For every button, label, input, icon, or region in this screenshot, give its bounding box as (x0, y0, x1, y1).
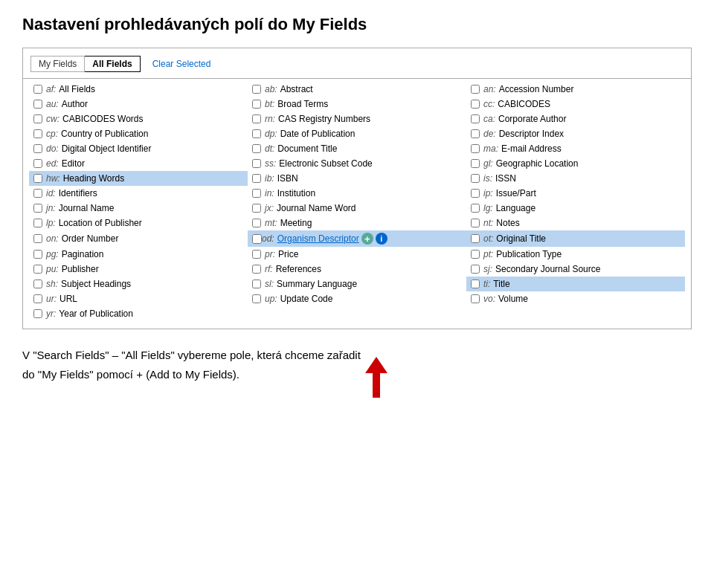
field-row-ed: ed: Editor (29, 156, 248, 171)
field-checkbox-rn[interactable] (252, 114, 261, 123)
field-row-pr: pr: Price (248, 247, 466, 262)
field-checkbox-in[interactable] (252, 189, 261, 198)
field-checkbox-on[interactable] (33, 234, 42, 243)
field-checkbox-de[interactable] (471, 129, 480, 138)
field-checkbox-do[interactable] (33, 144, 42, 153)
field-row-up: up: Update Code (248, 291, 466, 306)
field-row-cp: cp: Country of Publication (29, 126, 248, 141)
field-name-ti: Title (493, 279, 509, 289)
field-code-lg: lg: (483, 203, 493, 213)
field-row-nt: nt: Notes (466, 216, 685, 230)
clear-selected-button[interactable]: Clear Selected (152, 59, 211, 69)
add-od-button[interactable]: + (361, 233, 373, 245)
field-checkbox-dp[interactable] (252, 129, 261, 138)
field-name-cp: Country of Publication (61, 129, 148, 139)
field-code-rf: rf: (265, 264, 273, 274)
field-code-rn: rn: (265, 114, 275, 124)
field-checkbox-ed[interactable] (33, 159, 42, 168)
field-row-jx: jx: Journal Name Word (248, 201, 466, 216)
field-checkbox-lp[interactable] (33, 219, 42, 227)
field-checkbox-bt[interactable] (252, 100, 261, 109)
field-checkbox-up[interactable] (252, 294, 261, 303)
field-code-in: in: (265, 188, 274, 198)
field-name-ma: E-mail Address (501, 143, 562, 154)
field-checkbox-jx[interactable] (252, 204, 261, 213)
field-row-hw: hw: Heading Words (29, 171, 248, 186)
field-name-lg: Language (496, 203, 536, 213)
field-name-up: Update Code (280, 294, 333, 304)
field-checkbox-cc[interactable] (471, 100, 480, 109)
field-checkbox-yr[interactable] (33, 309, 42, 318)
field-row-yr: yr: Year of Publication (29, 306, 248, 321)
field-checkbox-dt[interactable] (252, 144, 261, 153)
field-checkbox-an[interactable] (471, 85, 480, 94)
field-checkbox-ss[interactable] (252, 159, 261, 168)
field-row-in: in: Institution (248, 186, 466, 201)
field-checkbox-ur[interactable] (33, 294, 42, 303)
field-row-do: do: Digital Object Identifier (29, 141, 248, 156)
field-checkbox-sl[interactable] (252, 280, 261, 288)
field-name-sl: Summary Language (277, 279, 357, 289)
field-name-ip: Issue/Part (496, 188, 536, 198)
field-row-on: on: Order Number (29, 230, 248, 247)
red-arrow-icon (365, 357, 387, 398)
field-checkbox-ma[interactable] (471, 144, 480, 153)
svg-rect-0 (373, 370, 380, 398)
field-name-lp: Location of Publisher (59, 218, 142, 228)
info-od-button[interactable]: i (376, 233, 387, 245)
field-code-ot: ot: (483, 233, 493, 244)
field-name-nt: Notes (496, 218, 519, 228)
field-checkbox-jn[interactable] (33, 204, 42, 213)
field-checkbox-cp[interactable] (33, 129, 42, 138)
field-checkbox-sj[interactable] (471, 265, 480, 274)
field-name-do: Digital Object Identifier (62, 143, 152, 154)
field-code-ed: ed: (46, 158, 59, 169)
field-row-ip: ip: Issue/Part (466, 186, 685, 201)
field-checkbox-ib[interactable] (252, 174, 261, 183)
field-name-dt: Document Title (277, 143, 337, 154)
field-checkbox-gl[interactable] (471, 159, 480, 168)
field-name-od[interactable]: Organism Descriptor (277, 233, 359, 244)
field-checkbox-mt[interactable] (252, 219, 261, 227)
field-checkbox-ti[interactable] (471, 280, 480, 288)
field-checkbox-lg[interactable] (471, 204, 480, 213)
field-name-yr: Year of Publication (59, 308, 133, 319)
field-checkbox-pu[interactable] (33, 265, 42, 274)
field-code-ma: ma: (483, 143, 498, 154)
panel-header: My Fields All Fields Clear Selected (23, 56, 691, 79)
field-checkbox-is[interactable] (471, 174, 480, 183)
field-name-hw: Heading Words (63, 173, 125, 184)
field-row-is: is: ISSN (466, 171, 685, 186)
field-code-bt: bt: (265, 99, 274, 109)
my-fields-button[interactable]: My Fields (30, 56, 85, 72)
all-fields-button[interactable]: All Fields (85, 56, 140, 72)
field-checkbox-pr[interactable] (252, 250, 261, 259)
field-checkbox-af[interactable] (33, 85, 42, 94)
field-checkbox-cw[interactable] (33, 114, 42, 123)
field-row-pg: pg: Pagination (29, 247, 248, 262)
field-name-dp: Date of Publication (280, 129, 356, 139)
field-checkbox-vo[interactable] (471, 294, 480, 303)
field-name-pu: Publisher (62, 264, 99, 274)
field-checkbox-nt[interactable] (471, 219, 480, 227)
field-checkbox-sh[interactable] (33, 280, 42, 288)
field-code-cw: cw: (46, 114, 60, 124)
field-checkbox-ip[interactable] (471, 189, 480, 198)
field-checkbox-ot[interactable] (471, 234, 480, 243)
field-checkbox-ab[interactable] (252, 85, 261, 94)
field-row-ca: ca: Corporate Author (466, 112, 685, 126)
field-code-dp: dp: (265, 129, 277, 139)
field-checkbox-rf[interactable] (252, 265, 261, 274)
field-checkbox-au[interactable] (33, 100, 42, 109)
field-checkbox-pg[interactable] (33, 250, 42, 259)
field-row-bt: bt: Broad Terms (248, 97, 466, 112)
field-code-sj: sj: (483, 264, 492, 274)
field-checkbox-ca[interactable] (471, 114, 480, 123)
field-checkbox-pt[interactable] (471, 250, 480, 259)
field-code-ip: ip: (483, 188, 493, 198)
field-checkbox-od[interactable] (252, 234, 262, 244)
field-code-jn: jn: (46, 203, 56, 213)
field-checkbox-id[interactable] (33, 189, 42, 198)
field-checkbox-hw[interactable] (33, 174, 42, 183)
field-code-pu: pu: (46, 264, 59, 274)
